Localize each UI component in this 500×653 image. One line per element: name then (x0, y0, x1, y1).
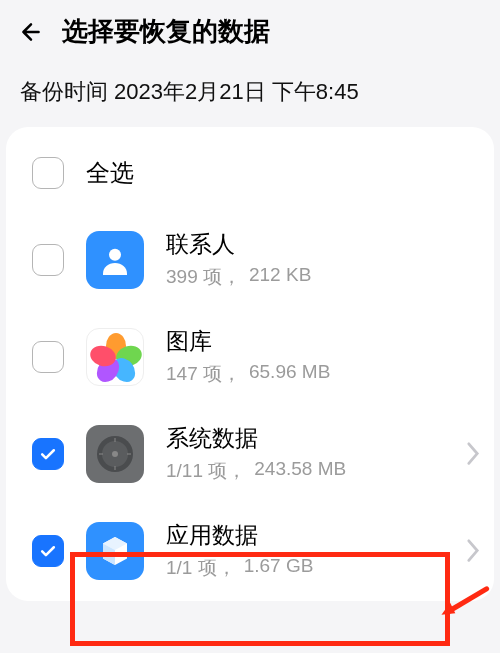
list-item[interactable]: 系统数据 1/11 项， 243.58 MB (6, 405, 494, 502)
gallery-icon (86, 328, 144, 386)
item-title: 系统数据 (166, 423, 444, 454)
item-count: 147 项， (166, 361, 241, 387)
item-size: 243.58 MB (254, 458, 346, 484)
item-size: 212 KB (249, 264, 311, 290)
arrow-left-icon (18, 19, 44, 45)
page-title: 选择要恢复的数据 (62, 14, 270, 49)
item-body: 系统数据 1/11 项， 243.58 MB (166, 423, 444, 484)
app-data-icon (86, 522, 144, 580)
data-list-card: 全选 联系人 399 项， 212 KB 图库 147 项， 65. (6, 127, 494, 601)
svg-point-0 (109, 248, 121, 260)
list-item[interactable]: 联系人 399 项， 212 KB (6, 211, 494, 308)
item-title: 联系人 (166, 229, 480, 260)
check-icon (38, 444, 58, 464)
item-subtitle: 399 项， 212 KB (166, 264, 480, 290)
item-size: 65.96 MB (249, 361, 330, 387)
header: 选择要恢复的数据 (0, 0, 500, 59)
item-count: 399 项， (166, 264, 241, 290)
item-checkbox[interactable] (32, 341, 64, 373)
item-body: 联系人 399 项， 212 KB (166, 229, 480, 290)
svg-point-3 (112, 451, 118, 457)
item-subtitle: 1/11 项， 243.58 MB (166, 458, 444, 484)
backup-time-label: 备份时间 2023年2月21日 下午8:45 (0, 59, 500, 127)
back-button[interactable] (18, 19, 44, 45)
contacts-icon (86, 231, 144, 289)
item-subtitle: 1/1 项， 1.67 GB (166, 555, 444, 581)
check-icon (38, 541, 58, 561)
chevron-right-icon (466, 538, 480, 563)
item-size: 1.67 GB (244, 555, 314, 581)
select-all-label: 全选 (86, 157, 134, 189)
item-checkbox[interactable] (32, 244, 64, 276)
item-body: 图库 147 项， 65.96 MB (166, 326, 480, 387)
select-all-checkbox[interactable] (32, 157, 64, 189)
chevron-right-icon (466, 441, 480, 466)
item-title: 应用数据 (166, 520, 444, 551)
item-subtitle: 147 项， 65.96 MB (166, 361, 480, 387)
item-checkbox[interactable] (32, 535, 64, 567)
select-all-row[interactable]: 全选 (6, 135, 494, 211)
item-body: 应用数据 1/1 项， 1.67 GB (166, 520, 444, 581)
item-title: 图库 (166, 326, 480, 357)
list-item[interactable]: 图库 147 项， 65.96 MB (6, 308, 494, 405)
list-item[interactable]: 应用数据 1/1 项， 1.67 GB (6, 502, 494, 599)
settings-icon (86, 425, 144, 483)
item-count: 1/1 项， (166, 555, 236, 581)
item-checkbox[interactable] (32, 438, 64, 470)
item-count: 1/11 项， (166, 458, 246, 484)
